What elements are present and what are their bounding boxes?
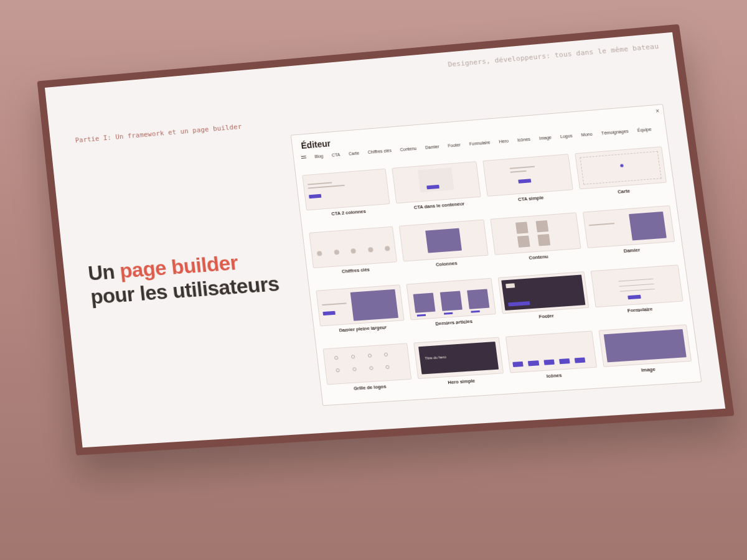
block-damier-pleine-largeur[interactable]: Damier pleine largeur: [316, 284, 406, 343]
headline-prefix: Un: [87, 259, 121, 285]
tab-cta[interactable]: CTA: [332, 152, 341, 157]
block-label: Formulaire: [627, 306, 652, 314]
tab-hero[interactable]: Hero: [499, 139, 509, 144]
thumb-icones: [505, 330, 597, 373]
tab-formulaire[interactable]: Formulaire: [469, 140, 491, 146]
tab-carte[interactable]: Carte: [349, 151, 360, 156]
tab-image[interactable]: Image: [539, 135, 552, 141]
block-label: CTA simple: [518, 195, 544, 202]
thumb-cta-2-colonnes: [302, 169, 390, 211]
block-contenu[interactable]: Contenu: [490, 212, 583, 273]
thumb-cta-conteneur: [392, 161, 481, 203]
block-label: Contenu: [529, 254, 548, 261]
thumb-formulaire: [591, 264, 684, 307]
editor-title: Éditeur: [301, 138, 331, 151]
thumb-hero-simple: Titre du hero: [413, 337, 504, 379]
thumb-grille-logos: [322, 343, 411, 385]
thumb-damier-pleine-largeur: [316, 284, 404, 326]
block-image[interactable]: Image: [599, 324, 695, 385]
thumb-image: [599, 324, 692, 367]
tab-mono[interactable]: Mono: [581, 132, 593, 137]
tab-chiffres[interactable]: Chiffres clés: [367, 148, 392, 154]
tab-logos[interactable]: Logos: [560, 133, 573, 139]
block-derniers-articles[interactable]: Derniers articles: [406, 278, 498, 338]
block-carte[interactable]: Carte: [575, 146, 669, 207]
thumb-damier: [583, 205, 675, 248]
block-label: Carte: [618, 188, 631, 195]
tab-icones[interactable]: Icônes: [517, 137, 531, 142]
tab-menu-icon[interactable]: [301, 155, 307, 159]
thumb-cta-simple: [482, 154, 573, 197]
block-cta-simple[interactable]: CTA simple: [482, 154, 575, 214]
block-label: Colonnes: [436, 260, 458, 267]
block-cta-dans-conteneur[interactable]: CTA dans le conteneur: [392, 161, 483, 221]
tab-footer[interactable]: Footer: [448, 142, 461, 148]
thumb-colonnes: [399, 220, 489, 262]
block-hero-simple[interactable]: Titre du hero Hero simple: [413, 337, 506, 396]
block-label: Hero simple: [448, 378, 476, 385]
block-label: Chiffres clés: [342, 267, 370, 274]
block-grille-logos[interactable]: Grille de logos: [322, 343, 413, 402]
projected-slide: Designers, développeurs: tous dans le mê…: [37, 24, 735, 455]
block-label: Footer: [538, 313, 554, 320]
block-damier[interactable]: Damier: [583, 205, 677, 266]
block-label: Icônes: [546, 372, 562, 379]
tab-contenu[interactable]: Contenu: [400, 146, 416, 152]
block-label: Derniers articles: [435, 319, 473, 327]
block-icones[interactable]: Icônes: [505, 330, 599, 391]
slide-headline: Un page builder pour les utilisateurs: [87, 246, 298, 309]
tab-blog[interactable]: Blog: [314, 154, 324, 159]
block-label: Damier pleine largeur: [339, 324, 387, 333]
close-icon[interactable]: ×: [655, 108, 660, 115]
block-formulaire[interactable]: Formulaire: [591, 264, 686, 325]
slide-body: Un page builder pour les utilisateurs × …: [45, 32, 725, 447]
thumb-contenu: [490, 212, 581, 255]
tab-equipe[interactable]: Équipe: [637, 127, 651, 133]
thumb-chiffres: [309, 226, 397, 269]
thumb-footer: [498, 271, 590, 314]
block-cta-2-colonnes[interactable]: CTA 2 colonnes: [302, 169, 392, 228]
block-label: Image: [641, 366, 655, 373]
block-label: Damier: [623, 247, 641, 254]
editor-block-grid: CTA 2 colonnes CTA dans le conteneur CTA…: [302, 146, 693, 398]
block-colonnes[interactable]: Colonnes: [399, 220, 491, 279]
block-label: CTA 2 colonnes: [331, 208, 366, 217]
editor-panel: × Éditeur Blog CTA Carte Chiffres clés C…: [291, 104, 702, 406]
map-pin-icon: [620, 164, 624, 167]
block-label: Grille de logos: [354, 383, 387, 391]
block-label: CTA dans le conteneur: [413, 201, 464, 210]
thumb-carte: [575, 146, 667, 189]
tab-damier[interactable]: Damier: [425, 144, 439, 150]
block-chiffres-cles[interactable]: Chiffres clés: [309, 226, 399, 286]
thumb-derniers-articles: [406, 278, 496, 320]
tab-temoignages[interactable]: Témoignages: [601, 129, 629, 136]
block-footer[interactable]: Footer: [498, 271, 592, 332]
